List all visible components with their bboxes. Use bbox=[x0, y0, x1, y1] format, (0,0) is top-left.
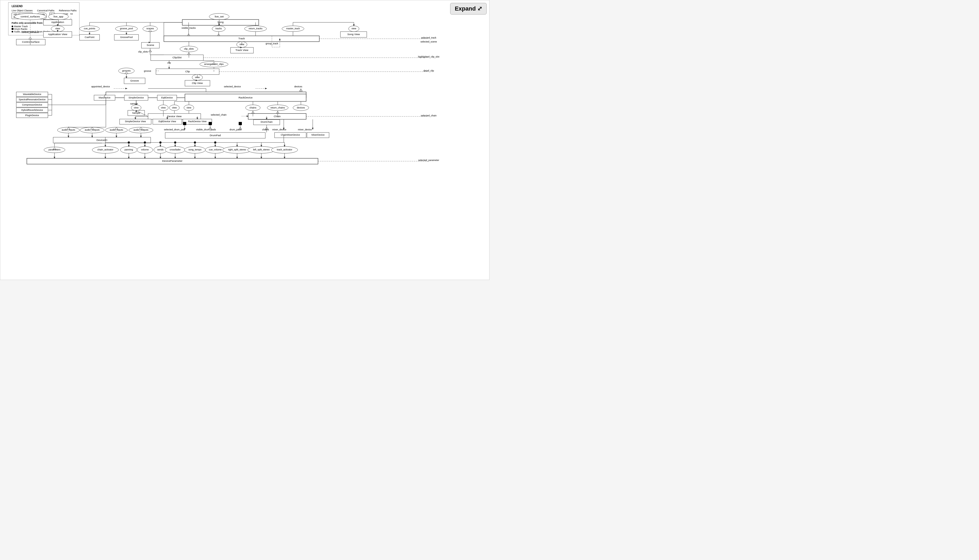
node-hybrid-reverb: HybridReverbDevice bbox=[21, 109, 43, 112]
node-application: Application bbox=[51, 21, 64, 23]
node-audio-inputs1: audio_inputs bbox=[62, 128, 75, 131]
node-sample-label: sample bbox=[130, 102, 138, 105]
node-drum-chain: DrumChain bbox=[260, 121, 272, 123]
node-mixer-device-class: mixer_device bbox=[298, 128, 312, 131]
node-application-view: Application View bbox=[48, 33, 68, 36]
node-appointed-device: appointed_device bbox=[91, 85, 110, 88]
node-clip: Clip bbox=[185, 70, 190, 73]
node-track-view: Track View bbox=[235, 48, 249, 52]
node-selected-track: selected_track bbox=[421, 37, 437, 39]
node-visible-drum-pads: visible_drum_pads bbox=[196, 128, 216, 131]
node-chains-drum: chains bbox=[262, 128, 269, 131]
node-crossfader: crossfader bbox=[170, 148, 181, 151]
node-chain-activator: chain_activator bbox=[97, 148, 113, 151]
expand-button[interactable]: Expand ⤢ bbox=[450, 3, 487, 15]
node-audio-inputs2: audio_inputs bbox=[110, 128, 123, 131]
node-volume: volume bbox=[141, 148, 148, 151]
node-detail-clip: detail_clip bbox=[424, 69, 434, 72]
node-song-view: Song View bbox=[347, 33, 360, 36]
node-clip-slots-track: clip_slots bbox=[184, 48, 194, 50]
node-plugin: PluginDevice bbox=[25, 114, 39, 117]
node-live-set: live_set bbox=[215, 15, 223, 18]
node-clip-view: Clip View bbox=[192, 82, 203, 85]
node-song-tempo: song_tempo bbox=[188, 148, 202, 151]
diagram-svg: control_surfaces live_app live_set Appli… bbox=[0, 0, 489, 280]
node-chain-mixer-device: ChainMixerDevice bbox=[281, 133, 300, 136]
node-view-eq8: view bbox=[161, 107, 166, 109]
node-selected-scene: selected_scene bbox=[420, 40, 437, 43]
svg-rect-162 bbox=[238, 122, 242, 125]
node-sends: sends bbox=[157, 148, 164, 151]
node-chains: chains bbox=[250, 107, 256, 109]
node-clip-slot: ClipSlot bbox=[172, 56, 182, 59]
node-cue-points: cue_points bbox=[84, 27, 95, 30]
node-song: Song bbox=[218, 21, 223, 23]
node-groove-label: groove bbox=[144, 70, 151, 72]
svg-rect-160 bbox=[183, 122, 186, 125]
node-simpler-device-view: SimplerDevice View bbox=[125, 120, 146, 123]
node-left-split-stereo: left_split_stereo bbox=[253, 148, 270, 151]
node-groove-pool-class: GroovePool bbox=[120, 36, 133, 38]
diagram-container: LEGEND Live Object Classes API Class Nam… bbox=[0, 0, 489, 280]
node-spectral: SpectralResonatorDevice bbox=[19, 98, 46, 101]
node-device-io: DeviceIO bbox=[97, 138, 107, 142]
node-scene: Scene bbox=[147, 43, 155, 47]
node-track: Track bbox=[238, 37, 245, 40]
node-view-rack1: view bbox=[172, 107, 177, 109]
node-mixer-device-chain: mixer_device bbox=[272, 128, 286, 131]
node-clip-slots-scene: clip_slots bbox=[138, 50, 148, 53]
node-right-split-stereo: right_split_stereo bbox=[228, 148, 246, 151]
node-live-app: live_app bbox=[53, 15, 63, 18]
node-eq8-device: Eq8Device bbox=[161, 96, 173, 99]
node-cue-point: CuePoint bbox=[85, 36, 95, 38]
node-chain: Chain bbox=[274, 115, 281, 118]
node-master-track: master_track bbox=[286, 27, 300, 30]
node-audio-outputs2: audio_outputs bbox=[133, 128, 148, 131]
node-selected-drum-pad: selected_drum_pad bbox=[164, 128, 185, 131]
node-track-activator: track_activator bbox=[277, 148, 292, 151]
node-mixer-device-full: MixerDevice bbox=[312, 133, 325, 136]
node-selected-chain-right: selected_chain bbox=[421, 114, 437, 117]
node-selected-parameter: selected_parameter bbox=[418, 159, 439, 162]
node-audio-outputs1: audio_outputs bbox=[85, 128, 100, 131]
node-drum-pads: drum_pads bbox=[230, 128, 242, 131]
node-return-chains: return_chains bbox=[271, 107, 285, 109]
node-highlighted-clip-slot: highlighted_clip_slot bbox=[418, 55, 439, 58]
node-devices-rack: devices bbox=[297, 107, 305, 109]
node-arrangement-clips: arrangement_clips bbox=[204, 63, 223, 65]
node-eq8-device-view: EqBDevice View bbox=[158, 120, 176, 123]
node-device-view: Device View bbox=[167, 115, 182, 118]
node-simpler-device: SimplerDevice bbox=[128, 96, 144, 99]
node-panning: panning bbox=[125, 148, 133, 151]
node-groove-class: Groove bbox=[130, 79, 139, 82]
node-return-tracks: return_tracks bbox=[249, 27, 263, 30]
node-tracks: tracks bbox=[215, 27, 222, 30]
node-drum-pad: DrumPad bbox=[210, 134, 221, 137]
node-view-app: view bbox=[55, 27, 60, 30]
node-cue-volume: cue_volume bbox=[209, 148, 222, 151]
node-compressor: CompressorDevice bbox=[22, 103, 42, 106]
node-device-parameter: DeviceParameter bbox=[162, 159, 183, 162]
node-rack-device: RackDevice bbox=[238, 96, 253, 99]
node-devices-label: devices bbox=[294, 85, 302, 88]
node-wavetable: WavetableDevice bbox=[23, 93, 41, 95]
svg-rect-161 bbox=[208, 122, 212, 125]
node-selected-chain-label: selected_chain bbox=[211, 113, 227, 116]
node-groove-pool: groove_pool bbox=[120, 27, 133, 30]
node-control-surfaces: control_surfaces bbox=[21, 15, 40, 18]
node-rack-device-view: RackDevice View bbox=[188, 120, 207, 123]
node-view-song: view bbox=[352, 27, 356, 30]
node-selected-device: selected_device bbox=[224, 85, 241, 88]
node-view-simpler: view bbox=[134, 107, 138, 109]
node-control-surface: ControlSurface bbox=[22, 40, 40, 43]
node-view-rack2: view bbox=[187, 107, 191, 109]
